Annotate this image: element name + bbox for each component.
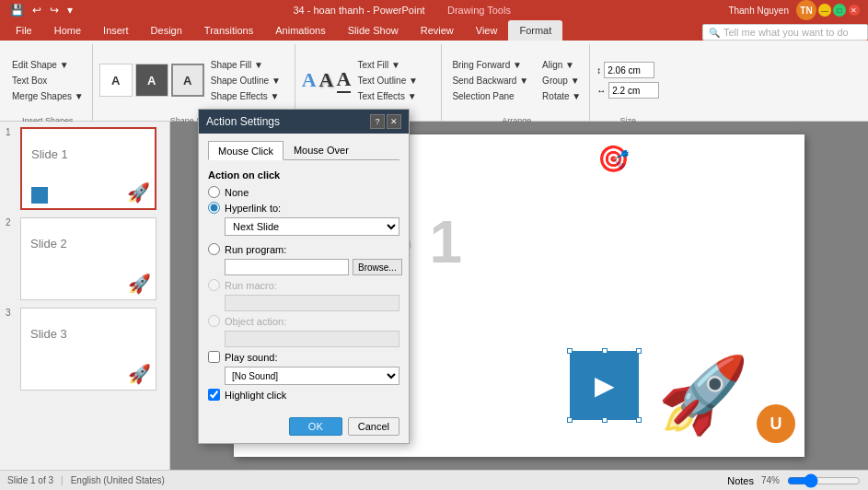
slide-thumb-3[interactable]: 3 Slide 3 🚀 (4, 306, 166, 392)
minimize-btn[interactable]: — (818, 4, 831, 17)
text-outline-btn[interactable]: Text Outline ▼ (353, 74, 436, 88)
selection-pane-btn[interactable]: Selection Pane (448, 89, 532, 103)
radio-object-label: Object action: (225, 316, 286, 327)
shape-style-3[interactable]: A (171, 64, 204, 97)
run-program-input[interactable] (225, 259, 349, 275)
dialog-controls: ? ✕ (370, 114, 401, 129)
merge-shapes-btn[interactable]: Merge Shapes ▼ (8, 89, 87, 103)
bring-forward-btn[interactable]: Bring Forward ▼ (448, 58, 532, 72)
shape-style-1[interactable]: A (99, 64, 133, 97)
hyperlink-select[interactable]: Next Slide (225, 217, 399, 236)
height-icon: ↕ (596, 65, 601, 76)
unica-logo: U (757, 404, 795, 443)
tab-review[interactable]: Review (410, 20, 465, 41)
tab-animations[interactable]: Animations (264, 20, 336, 41)
radio-run-macro[interactable] (208, 279, 220, 291)
dialog-help-btn[interactable]: ? (370, 114, 385, 129)
dialog-footer: OK Cancel (199, 412, 409, 443)
tab-insert[interactable]: Insert (92, 20, 140, 41)
thumb-rocket-3: 🚀 (128, 363, 151, 385)
slide-img-1[interactable]: Slide 1 🚀 (20, 127, 156, 210)
handle-bl (567, 417, 573, 423)
slide-count: Slide 1 of 3 (7, 475, 53, 485)
action-on-click-label: Action on click (208, 169, 399, 181)
tab-design[interactable]: Design (140, 20, 193, 41)
status-right: Notes 74% (727, 473, 861, 488)
edit-shape-btn[interactable]: Edit Shape ▼ (8, 58, 87, 72)
send-backward-btn[interactable]: Send Backward ▼ (448, 74, 532, 88)
handle-br (636, 417, 642, 423)
size-inputs: ↕ ↔ (596, 46, 659, 114)
radio-none[interactable] (208, 186, 220, 198)
macro-input-row (225, 295, 399, 311)
save-quick-btn[interactable]: 💾 (7, 3, 27, 18)
dialog-close-btn[interactable]: ✕ (387, 114, 401, 129)
handle-bm (602, 417, 608, 423)
shape-style-2[interactable]: A (135, 64, 168, 97)
play-button-widget[interactable]: ▶ (570, 351, 639, 420)
slide-num-2: 2 (6, 217, 17, 228)
text-fill-btn[interactable]: Text Fill ▼ (353, 58, 436, 72)
hyperlink-dropdown-row: Next Slide (225, 217, 399, 236)
radio-hyperlink-row: Hyperlink to: (208, 202, 399, 214)
shape-outline-btn[interactable]: Shape Outline ▼ (207, 74, 290, 88)
tab-home[interactable]: Home (43, 20, 92, 41)
avatar: TN (796, 0, 816, 20)
width-input[interactable] (604, 62, 654, 78)
radio-none-label: None (225, 187, 249, 198)
radio-hyperlink[interactable] (208, 202, 220, 214)
width-icon: ↔ (596, 86, 606, 96)
redo-quick-btn[interactable]: ↪ (47, 3, 62, 18)
tab-slideshow[interactable]: Slide Show (337, 20, 410, 41)
maximize-btn[interactable]: □ (833, 4, 846, 17)
browse-btn[interactable]: Browse... (353, 259, 402, 275)
tab-view[interactable]: View (465, 20, 509, 41)
notes-btn[interactable]: Notes (727, 475, 754, 486)
slide-panel: 1 Slide 1 🚀 2 Slide 2 🚀 3 Slide 3 🚀 (0, 122, 170, 470)
tell-me-input[interactable]: 🔍 Tell me what you want to do (702, 24, 868, 41)
play-sound-checkbox[interactable] (208, 351, 220, 363)
handle-tm (602, 348, 608, 354)
wordart-a1[interactable]: A (302, 68, 317, 92)
slide-thumb-2[interactable]: 2 Slide 2 🚀 (4, 216, 166, 302)
title-bar: 💾 ↩ ↪ ▾ 34 - hoan thanh - PowerPoint Dra… (0, 0, 868, 20)
insert-shapes-buttons: Edit Shape ▼ Text Box Merge Shapes ▼ (8, 46, 87, 114)
radio-macro-row: Run macro: (208, 279, 399, 291)
close-btn[interactable]: ✕ (848, 4, 861, 17)
radio-run-program[interactable] (208, 243, 220, 255)
group-btn[interactable]: Group ▼ (538, 74, 584, 88)
ribbon-tabs: File Home Insert Design Transitions Anim… (0, 20, 868, 41)
dialog-body: Mouse Click Mouse Over Action on click N… (199, 134, 409, 412)
radio-object-action[interactable] (208, 315, 220, 327)
zoom-level: 74% (761, 475, 780, 485)
wordart-a2[interactable]: A (319, 68, 334, 92)
slide-thumb-1[interactable]: 1 Slide 1 🚀 (4, 125, 166, 212)
tab-transitions[interactable]: Transitions (193, 20, 264, 41)
wordart-a3[interactable]: A (337, 67, 352, 93)
dialog-tab-mouse-over[interactable]: Mouse Over (284, 141, 359, 159)
dialog-tab-mouse-click[interactable]: Mouse Click (208, 141, 284, 160)
height-input[interactable] (608, 82, 659, 99)
ok-btn[interactable]: OK (289, 417, 342, 436)
tab-format[interactable]: Format (508, 20, 562, 41)
slide-num-3: 3 (6, 308, 17, 318)
shape-fill-btn[interactable]: Shape Fill ▼ (207, 58, 290, 72)
text-effects-btn[interactable]: Text Effects ▼ (353, 89, 436, 103)
customize-quick-btn[interactable]: ▾ (64, 3, 75, 18)
undo-quick-btn[interactable]: ↩ (29, 3, 44, 18)
thumb-box-1 (31, 187, 48, 204)
sound-select[interactable]: [No Sound] (225, 367, 399, 385)
align-btn[interactable]: Align ▼ (538, 58, 584, 72)
cancel-btn[interactable]: Cancel (348, 417, 399, 436)
play-sound-label: Play sound: (225, 352, 277, 363)
play-btn-box[interactable]: ▶ (570, 351, 639, 420)
highlight-click-checkbox[interactable] (208, 389, 220, 401)
slide-img-3[interactable]: Slide 3 🚀 (20, 308, 156, 391)
slide-img-2[interactable]: Slide 2 🚀 (20, 217, 156, 300)
text-box-btn[interactable]: Text Box (8, 74, 87, 88)
shape-effects-btn[interactable]: Shape Effects ▼ (207, 89, 290, 103)
tab-file[interactable]: File (5, 20, 43, 41)
highlight-click-row: Highlight click (208, 389, 399, 401)
rotate-btn[interactable]: Rotate ▼ (538, 89, 584, 103)
zoom-slider[interactable] (787, 473, 861, 488)
